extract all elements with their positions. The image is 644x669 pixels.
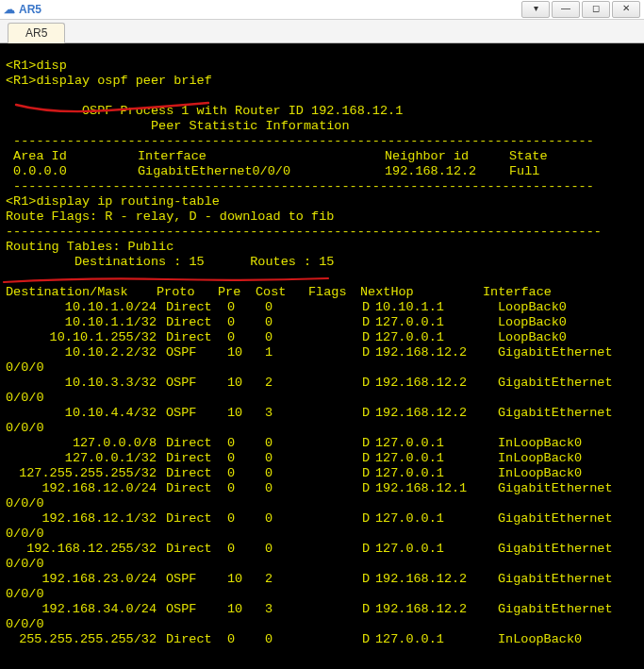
routing-header-row: Destination/MaskProtoPreCostFlagsNextHop… xyxy=(6,285,552,299)
table-row: 10.10.1.255/32Direct00D127.0.0.1LoopBack… xyxy=(6,330,567,344)
line-tables-public: Routing Tables: Public xyxy=(6,240,173,254)
ospf-peer-row: 0.0.0.0GigabitEthernet0/0/0192.168.12.2F… xyxy=(6,164,566,178)
table-row: 127.0.0.1/32Direct00D127.0.0.1InLoopBack… xyxy=(6,451,582,465)
table-row: 127.255.255.255/32Direct00D127.0.0.1InLo… xyxy=(6,466,582,480)
table-row-wrap: 0/0/0 xyxy=(6,587,44,601)
table-row-wrap: 0/0/0 xyxy=(6,421,44,435)
table-row: 192.168.34.0/24OSPF103D192.168.12.2Gigab… xyxy=(6,602,613,616)
table-row-wrap: 0/0/0 xyxy=(6,391,44,405)
table-row: 192.168.23.0/24OSPF102D192.168.12.2Gigab… xyxy=(6,572,613,586)
tab-bar: AR5 xyxy=(0,20,644,43)
window-close-button[interactable]: ✕ xyxy=(612,1,640,18)
table-row-wrap: 0/0/0 xyxy=(6,557,44,571)
window-title: AR5 xyxy=(19,3,41,16)
table-row: 192.168.12.1/32Direct00D127.0.0.1Gigabit… xyxy=(6,511,613,526)
table-row: 192.168.12.255/32Direct00D127.0.0.1Gigab… xyxy=(6,542,613,556)
line-route-flags: Route Flags: R - relay, D - download to … xyxy=(6,209,334,224)
line-rule-dash-1: ----------------------------------------… xyxy=(6,134,594,148)
window-menu-button[interactable]: ▾ xyxy=(521,1,550,18)
window-controls: ▾ — ◻ ✕ xyxy=(520,1,640,18)
tab-label: AR5 xyxy=(25,26,47,40)
line-ospf-sub: Peer Statistic Information xyxy=(6,119,350,133)
window-title-group: ☁ AR5 xyxy=(4,3,41,16)
table-row: 192.168.12.0/24Direct00D192.168.12.1Giga… xyxy=(6,481,613,495)
ospf-header-row: Area IdInterfaceNeighbor idState xyxy=(6,149,566,163)
table-row: 10.10.1.0/24Direct00D10.10.1.1LoopBack0 xyxy=(6,300,567,314)
line-rule-long: ----------------------------------------… xyxy=(6,225,602,239)
window-minimize-button[interactable]: — xyxy=(552,1,580,18)
table-row-wrap: 0/0/0 xyxy=(6,617,44,631)
terminal-output[interactable]: <R1>disp <R1>display ospf peer brief OSP… xyxy=(0,43,644,669)
line-ospf-header: OSPF Process 1 with Router ID 192.168.12… xyxy=(6,104,403,118)
table-row-wrap: 0/0/0 xyxy=(6,360,44,375)
table-row: 10.10.2.2/32OSPF101D192.168.12.2GigabitE… xyxy=(6,345,613,360)
line-cmd-route: <R1>display ip routing-table xyxy=(6,194,220,209)
table-row: 10.10.1.1/32Direct00D127.0.0.1LoopBack0 xyxy=(6,315,567,329)
table-row-wrap: 0/0/0 xyxy=(6,527,44,541)
table-row-wrap: 0/0/0 xyxy=(6,496,44,510)
line-rule-dash-2: ----------------------------------------… xyxy=(6,179,594,193)
table-row: 10.10.3.3/32OSPF102D192.168.12.2GigabitE… xyxy=(6,376,613,390)
table-row: 10.10.4.4/32OSPF103D192.168.12.2GigabitE… xyxy=(6,406,613,420)
line-disp-fragment: <R1>disp xyxy=(6,59,67,73)
table-row: 127.0.0.0/8Direct00D127.0.0.1InLoopBack0 xyxy=(6,436,582,450)
window-maximize-button[interactable]: ◻ xyxy=(582,1,610,18)
app-logo-icon: ☁ xyxy=(4,4,15,15)
window-titlebar: ☁ AR5 ▾ — ◻ ✕ xyxy=(0,0,644,20)
line-cmd-ospf: <R1>display ospf peer brief xyxy=(6,74,212,88)
table-row: 255.255.255.255/32Direct00D127.0.0.1InLo… xyxy=(6,632,582,646)
tab-ar5[interactable]: AR5 xyxy=(8,23,65,43)
line-dest-routes: Destinations : 15 Routes : 15 xyxy=(6,255,334,269)
